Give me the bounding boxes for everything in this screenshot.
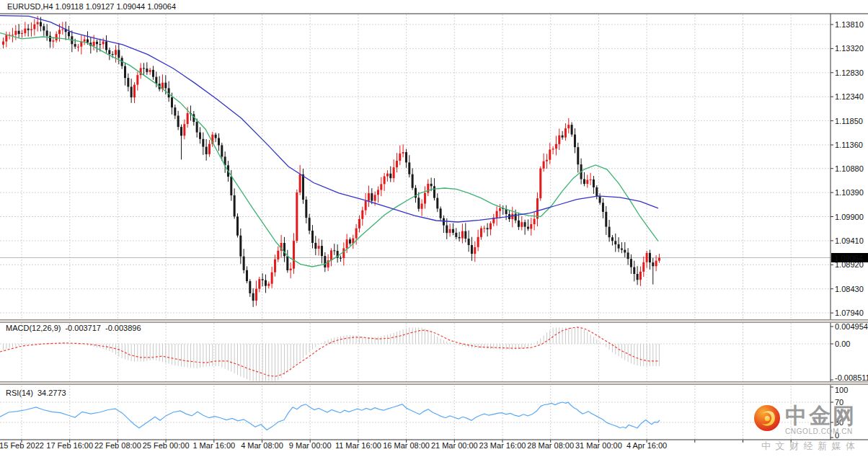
cngold-logo-icon: [753, 404, 781, 435]
macd-main-value: -0.003717: [65, 324, 101, 332]
macd-histogram: [4, 327, 660, 381]
chart-canvas[interactable]: 1.138101.133201.128301.123401.118501.113…: [0, 0, 868, 457]
macd-signal-line: [0, 327, 660, 376]
watermark-brand: 中金网: [785, 404, 856, 427]
rsi-line: [0, 402, 660, 430]
mt4-chart-window: 1.138101.133201.128301.123401.118501.113…: [0, 0, 868, 457]
rsi-indicator-label: RSI(14)34.2773: [6, 389, 71, 397]
grid-layer: [0, 14, 831, 439]
macd-name: MACD(12,26,9): [6, 324, 61, 332]
pane-splitter-macd[interactable]: [0, 319, 868, 323]
time-axis[interactable]: [0, 440, 868, 457]
candles-layer: [2, 16, 660, 307]
macd-signal-value: -0.003896: [105, 324, 141, 332]
pane-splitter-rsi[interactable]: [0, 381, 868, 385]
rsi-value: 34.2773: [37, 389, 66, 397]
symbol-ohlc-title: EURUSD,H4 1.09118 1.09127 1.09044 1.0906…: [7, 2, 176, 11]
watermark-domain: CNGOLD.COM.CN: [785, 427, 856, 435]
macd-indicator-label: MACD(12,26,9)-0.003717-0.003896: [6, 324, 146, 332]
chart-frame: [0, 14, 868, 440]
cngold-watermark: 中金网 CNGOLD.COM.CN: [753, 404, 856, 435]
watermark-tagline: 中文财经新媒体: [761, 440, 860, 453]
price-axis[interactable]: [831, 14, 868, 440]
rsi-name: RSI(14): [6, 389, 33, 397]
ma-blue-line: [0, 16, 658, 222]
